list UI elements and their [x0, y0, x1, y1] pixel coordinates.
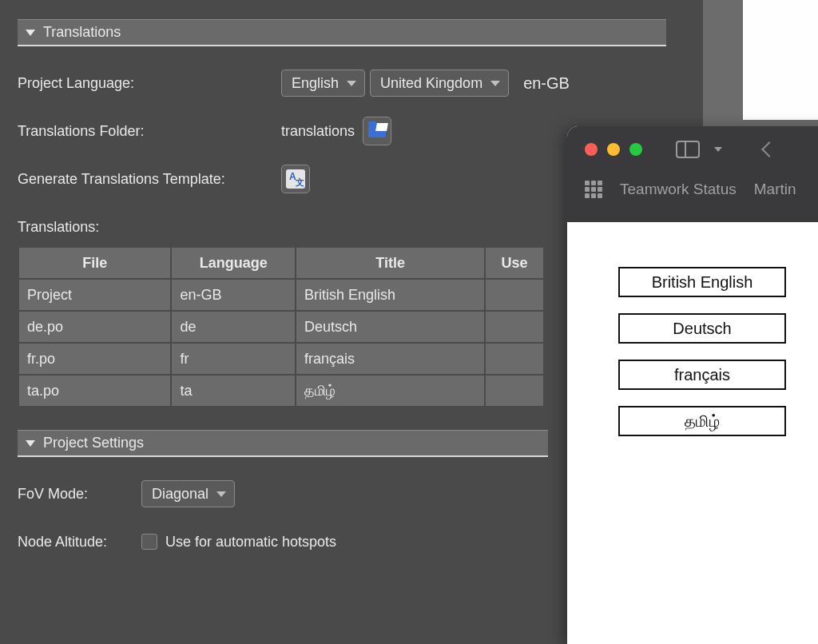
- chevron-down-icon: [490, 81, 500, 86]
- preview-titlebar: Teamwork Status Martin: [567, 126, 818, 222]
- folder-icon: [368, 125, 386, 137]
- cell-file: fr.po: [18, 343, 171, 375]
- cell-lang: fr: [171, 343, 296, 375]
- translations-folder-value: translations: [281, 123, 355, 140]
- zoom-icon[interactable]: [629, 143, 642, 156]
- fov-mode-value: Diagonal: [152, 486, 208, 503]
- translations-folder-label: Translations Folder:: [18, 123, 281, 140]
- lang-button-fr[interactable]: français: [618, 360, 786, 390]
- project-language-label: Project Language:: [18, 75, 281, 92]
- sidebar-toggle-icon[interactable]: [676, 141, 700, 158]
- browse-folder-button[interactable]: [363, 117, 391, 145]
- cell-use: [485, 311, 544, 343]
- section-title: Project Settings: [43, 435, 144, 451]
- chevron-down-icon[interactable]: [714, 147, 722, 152]
- translate-icon: [286, 169, 305, 189]
- region-select[interactable]: United Kingdom: [370, 70, 509, 97]
- generate-template-button[interactable]: [281, 165, 310, 193]
- chevron-down-icon: [216, 491, 226, 497]
- cell-title: français: [296, 343, 485, 375]
- auto-hotspots-label: Use for automatic hotspots: [165, 534, 336, 551]
- fov-mode-label: FoV Mode:: [18, 486, 141, 503]
- language-select[interactable]: English: [281, 70, 365, 97]
- table-row[interactable]: Project en-GB British English: [18, 279, 544, 311]
- cell-use: [485, 375, 544, 407]
- chevron-down-icon: [26, 30, 35, 36]
- section-header-project-settings[interactable]: Project Settings: [18, 430, 548, 457]
- project-language-row: Project Language: English United Kingdom…: [18, 69, 685, 97]
- cell-lang: en-GB: [171, 279, 296, 311]
- chevron-down-icon: [347, 81, 356, 86]
- col-title: Title: [296, 247, 485, 279]
- lang-button-de[interactable]: Deutsch: [618, 313, 786, 344]
- table-row[interactable]: fr.po fr français: [18, 343, 544, 375]
- translations-table: File Language Title Use Project en-GB Br…: [18, 246, 545, 407]
- generate-template-label: Generate Translations Template:: [18, 171, 281, 188]
- table-row[interactable]: de.po de Deutsch: [18, 311, 544, 343]
- locale-code: en-GB: [523, 74, 570, 93]
- section-header-translations[interactable]: Translations: [18, 19, 666, 46]
- table-header-row: File Language Title Use: [18, 247, 544, 279]
- right-gutter: [703, 0, 818, 128]
- translations-list-label: Translations:: [18, 219, 99, 236]
- cell-file: ta.po: [18, 375, 171, 407]
- auto-hotspots-checkbox[interactable]: [141, 534, 157, 550]
- cell-use: [485, 279, 544, 311]
- col-use: Use: [485, 247, 544, 279]
- close-icon[interactable]: [585, 143, 598, 156]
- cell-use: [485, 343, 544, 375]
- teamwork-status-label[interactable]: Teamwork Status: [620, 181, 737, 198]
- cell-file: de.po: [18, 311, 171, 343]
- col-language: Language: [171, 247, 296, 279]
- section-title: Translations: [43, 24, 121, 41]
- cell-title: Deutsch: [296, 311, 485, 343]
- cell-title: தமிழ்: [296, 375, 485, 407]
- fov-mode-select[interactable]: Diagonal: [141, 480, 235, 507]
- lang-button-ta[interactable]: தமிழ்: [618, 406, 786, 436]
- language-select-value: English: [292, 75, 339, 92]
- node-altitude-label: Node Altitude:: [18, 534, 141, 551]
- cell-file: Project: [18, 279, 171, 311]
- preview-window: Teamwork Status Martin British English D…: [567, 126, 818, 644]
- back-icon[interactable]: [761, 141, 777, 157]
- minimize-icon[interactable]: [607, 143, 620, 156]
- col-file: File: [18, 247, 171, 279]
- region-select-value: United Kingdom: [380, 75, 482, 92]
- user-name[interactable]: Martin: [754, 181, 796, 198]
- language-buttons: British English Deutsch français தமிழ்: [567, 222, 818, 436]
- apps-grid-icon[interactable]: [585, 181, 602, 198]
- chevron-down-icon: [26, 440, 35, 447]
- cell-title: British English: [296, 279, 485, 311]
- table-row[interactable]: ta.po ta தமிழ்: [18, 375, 544, 407]
- cell-lang: de: [171, 311, 296, 343]
- lang-button-en[interactable]: British English: [618, 267, 786, 297]
- cell-lang: ta: [171, 375, 296, 407]
